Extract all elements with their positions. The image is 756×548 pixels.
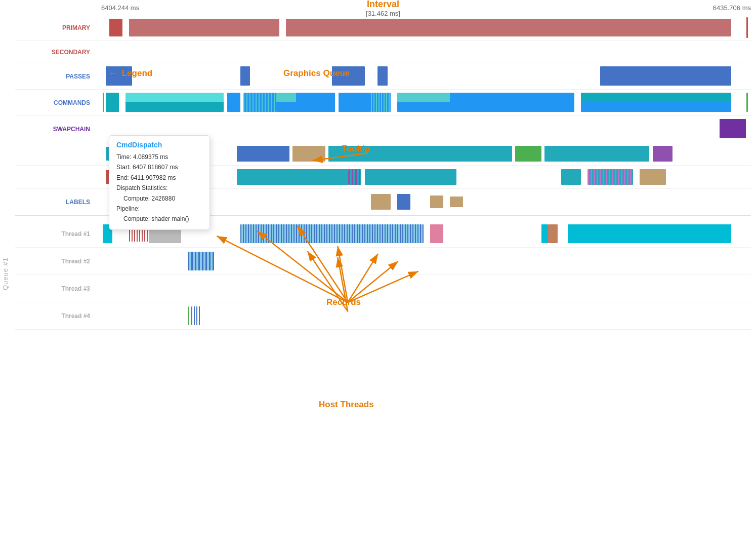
tooltip-pipeline-compute: Compute: shader main() (116, 214, 202, 224)
th4-green[interactable] (188, 306, 189, 325)
th1-pink[interactable] (430, 224, 443, 243)
queue-section: PRIMARY SECONDARY PASSES (15, 15, 751, 548)
tooltip: CmdDispatch Time: 4.089375 ms Start: 640… (109, 135, 210, 230)
rec1-green[interactable] (515, 146, 541, 162)
tooltip-dispatch-stats: Dispatch Statistics: (116, 183, 202, 193)
rec2-brown[interactable] (640, 169, 666, 185)
th1-teal2[interactable] (541, 224, 548, 243)
cmd-bar-1[interactable] (106, 93, 119, 112)
passes-bar-4[interactable] (377, 66, 387, 86)
cmd-green-start (103, 93, 104, 112)
rec2-teal2[interactable] (365, 169, 456, 185)
thread2-canvas[interactable] (96, 248, 751, 275)
thread4-label: Thread #4 (15, 312, 96, 320)
tooltip-start: Start: 6407.818607 ms (116, 162, 202, 172)
passes-canvas[interactable] (96, 63, 751, 89)
primary-bar-1[interactable] (109, 19, 122, 37)
cmd-bar-ticks2[interactable] (371, 93, 391, 112)
lbl-brown3[interactable] (450, 197, 463, 207)
thread3-row: Thread #3 (15, 275, 751, 302)
primary-bar-2[interactable] (129, 19, 280, 37)
thread2-row: Thread #2 (15, 248, 751, 275)
lbl-brown[interactable] (371, 194, 391, 210)
host-threads-annotation: Host Threads (319, 400, 374, 410)
rec2-teal[interactable] (237, 169, 348, 185)
sidebar: Queue #1 (0, 0, 10, 548)
commands-row: COMMANDS (15, 90, 751, 116)
secondary-row: SECONDARY (15, 41, 751, 63)
tooltip-end: End: 6411.907982 ms (116, 173, 202, 183)
passes-bar-2[interactable] (240, 66, 250, 86)
rec2-teal3[interactable] (561, 169, 581, 185)
primary-bar-3[interactable] (286, 19, 731, 37)
time-right: 6435.706 ms (713, 4, 751, 12)
passes-bar-1[interactable] (106, 66, 132, 86)
primary-row: PRIMARY (15, 15, 751, 41)
tooltip-title: CmdDispatch (116, 141, 202, 149)
thread2-label: Thread #2 (15, 258, 96, 265)
labels-label: LABELS (15, 199, 96, 206)
cmd-bar-7b[interactable] (581, 93, 732, 102)
thread3-label: Thread #3 (15, 285, 96, 292)
rec2-purple-ticks[interactable] (348, 169, 361, 185)
secondary-label: SECONDARY (15, 49, 96, 56)
thread4-row: Thread #4 (15, 302, 751, 330)
cmd-bar-6b[interactable] (397, 93, 450, 102)
rec1-purple[interactable] (653, 146, 673, 162)
thread3-canvas[interactable] (96, 275, 751, 302)
th2-blue-ticks[interactable] (188, 252, 214, 270)
secondary-canvas[interactable] (96, 41, 751, 63)
lbl-brown2[interactable] (430, 195, 443, 209)
primary-tick (746, 17, 748, 38)
cmd-bar-2b[interactable] (125, 93, 224, 102)
passes-bar-3[interactable] (332, 66, 365, 86)
tooltip-compute: Compute: 2426880 (116, 193, 202, 204)
primary-label: PRIMARY (15, 24, 96, 31)
time-left: 6404.244 ms (101, 4, 139, 12)
tooltip-pipeline: Pipeline: (116, 204, 202, 214)
cmd-bar-ticks[interactable] (243, 93, 276, 112)
cmd-bar-5[interactable] (339, 93, 371, 112)
th1-teal3[interactable] (568, 224, 732, 243)
th1-blue-ticks[interactable] (240, 224, 424, 243)
queue-label: Queue #1 (2, 257, 9, 290)
passes-bar-5[interactable] (600, 66, 731, 86)
swapchain-label: SWAPCHAIN (15, 126, 96, 133)
lbl-blue[interactable] (397, 194, 410, 210)
thread1-label: Thread #1 (15, 230, 96, 238)
rec1-brown[interactable] (292, 146, 325, 162)
content-area: 6404.244 ms Interval [31.462 ms] 6435.70… (10, 0, 756, 548)
rec1-teal[interactable] (328, 146, 512, 162)
commands-label: COMMANDS (15, 99, 96, 106)
th1-brown2[interactable] (548, 224, 558, 243)
cmd-bar-4b[interactable] (276, 93, 296, 102)
tooltip-time: Time: 4.089375 ms (116, 152, 202, 162)
passes-row: PASSES (15, 63, 751, 90)
th4-blue-ticks[interactable] (191, 306, 201, 325)
interval-title: Interval (366, 0, 400, 10)
time-header: 6404.244 ms Interval [31.462 ms] 6435.70… (15, 0, 751, 15)
rec2-pticks[interactable] (587, 169, 634, 185)
passes-label: PASSES (15, 73, 96, 80)
swap-bar-1[interactable] (720, 119, 746, 138)
commands-canvas[interactable] (96, 90, 751, 115)
rec1-teal2[interactable] (544, 146, 649, 162)
thread4-canvas[interactable] (96, 302, 751, 329)
rec1-blue[interactable] (237, 146, 289, 162)
primary-canvas[interactable] (96, 15, 751, 41)
cmd-green-end (746, 93, 748, 112)
cmd-bar-3[interactable] (227, 93, 240, 112)
